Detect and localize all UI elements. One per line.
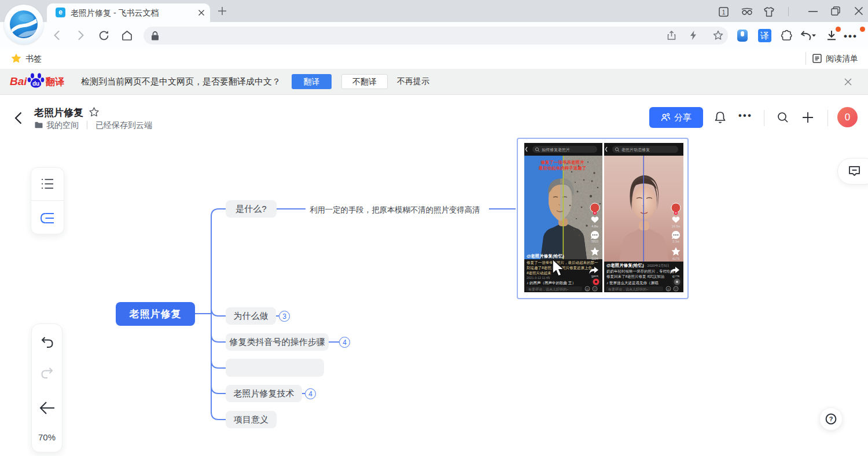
svg-text:@老照片修复(给忆): @老照片修复(给忆) bbox=[527, 253, 564, 259]
svg-text:@: @ bbox=[667, 288, 670, 291]
svg-text:♪ 的画声（画声中的歌曲 王）: ♪ 的画声（画声中的歌曲 王） bbox=[527, 281, 576, 285]
svg-text:@: @ bbox=[586, 288, 589, 291]
svg-text:修复回来了#老照片修复 #武汉加油: 修复回来了#老照片修复 #武汉加油 bbox=[606, 274, 665, 279]
svg-text:4.8w: 4.8w bbox=[591, 225, 598, 228]
svg-text:16.5w: 16.5w bbox=[672, 225, 681, 228]
svg-text:2.1w: 2.1w bbox=[672, 240, 679, 243]
svg-text:奶奶年轻时候唯一保存的照片，专程给她: 奶奶年轻时候唯一保存的照片，专程给她 bbox=[606, 269, 675, 274]
svg-text:2021-3-12 11:45: 2021-3-12 11:45 bbox=[527, 276, 550, 280]
svg-text:如何修复老照片: 如何修复老照片 bbox=[542, 148, 570, 152]
svg-text:6173: 6173 bbox=[672, 257, 679, 260]
svg-text:♪ 世界这么大还是遇见你（原唱: ♪ 世界这么大还是遇见你（原唱 bbox=[606, 281, 659, 285]
svg-text:5822: 5822 bbox=[591, 240, 598, 243]
svg-text:@老照片修复(给忆) · 2020年2月5日: @老照片修复(给忆) · 2020年2月5日 bbox=[606, 263, 670, 268]
svg-text:有要评论，说点儿好听的~: 有要评论，说点儿好听的~ bbox=[528, 287, 569, 292]
svg-text:du: du bbox=[32, 80, 39, 87]
svg-text:1: 1 bbox=[722, 9, 726, 16]
svg-text:?: ? bbox=[829, 415, 833, 422]
svg-text:#老照片动起来: #老照片动起来 bbox=[527, 271, 551, 275]
svg-text:最后动起来的样子逗趣了: 最后动起来的样子逗趣了 bbox=[538, 166, 587, 171]
svg-text:有要评论，说点儿好听的~: 有要评论，说点儿好听的~ bbox=[608, 287, 649, 292]
svg-text:修复了一张爷爷老照片: 修复了一张爷爷老照片 bbox=[540, 160, 585, 165]
svg-text:老照片动态修复: 老照片动态修复 bbox=[621, 148, 650, 152]
